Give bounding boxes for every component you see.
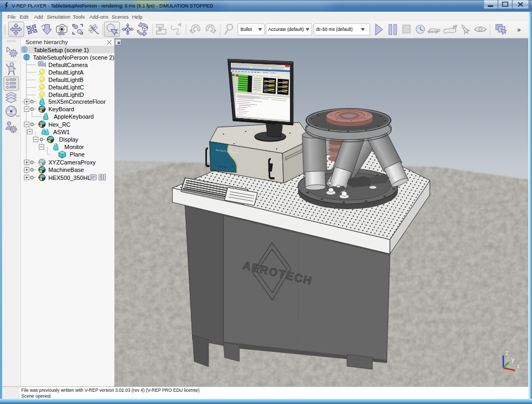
svg-text:z: z: [505, 349, 509, 357]
svg-text:»: »: [517, 26, 521, 34]
svg-text:Accurate (default): Accurate (default): [268, 27, 304, 32]
svg-text:dt=50 ms (default): dt=50 ms (default): [316, 27, 353, 32]
svg-text:y: y: [511, 356, 514, 363]
svg-text:x: x: [517, 362, 520, 370]
svg-text:Bullet: Bullet: [240, 27, 252, 32]
